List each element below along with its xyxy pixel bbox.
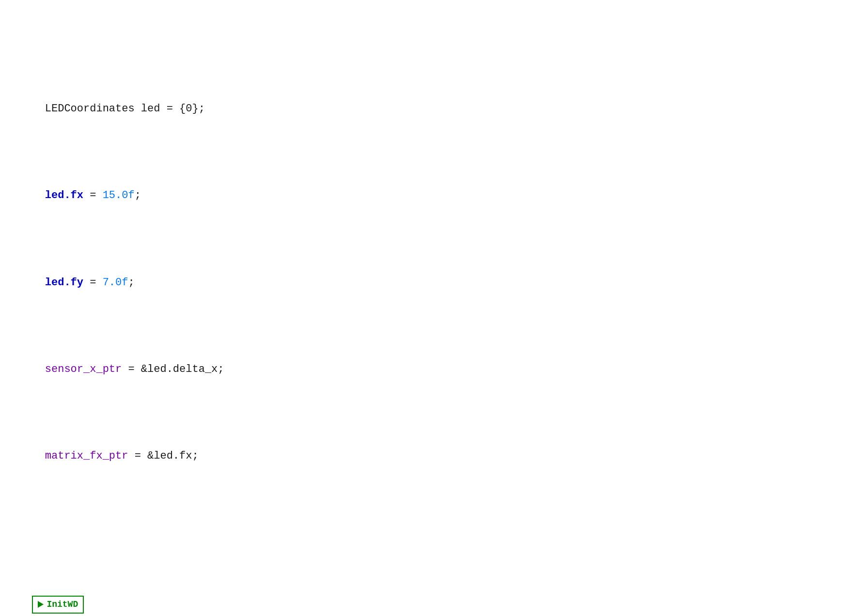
play-icon-initwd xyxy=(38,601,44,608)
led-fy-eq: = xyxy=(83,277,103,289)
matrix-ptr-var: matrix_fx_ptr xyxy=(45,450,128,462)
sensor-ptr-val: &led.delta_x; xyxy=(141,363,224,375)
led-fx-var: led.fx xyxy=(45,189,83,201)
line-matrix-ptr: matrix_fx_ptr = &led.fx; xyxy=(19,430,827,483)
led-fy-val: 7.0f xyxy=(103,277,128,289)
sensor-ptr-eq: = xyxy=(122,363,141,375)
led-fx-semi: ; xyxy=(135,189,141,201)
matrix-ptr-eq: = xyxy=(128,450,147,462)
line-led-fx: led.fx = 15.0f; xyxy=(19,169,827,222)
sensor-ptr-var: sensor_x_ptr xyxy=(45,363,122,375)
line-led-coords: LEDCoordinates led = {0}; xyxy=(19,83,827,136)
led-fy-semi: ; xyxy=(128,277,134,289)
line-led-fy: led.fy = 7.0f; xyxy=(19,256,827,309)
led-coords-text: LEDCoordinates led = {0}; xyxy=(45,103,205,115)
led-fx-eq: = xyxy=(83,189,103,201)
matrix-ptr-val: &led.fx; xyxy=(147,450,199,462)
line-sensor-ptr: sensor_x_ptr = &led.delta_x; xyxy=(19,343,827,396)
led-fx-val: 15.0f xyxy=(103,189,135,201)
initwd-badge[interactable]: InitWD xyxy=(32,596,84,614)
initwd-label: InitWD xyxy=(47,598,78,612)
led-fy-var: led.fy xyxy=(45,277,83,289)
code-editor: LEDCoordinates led = {0}; led.fx = 15.0f… xyxy=(19,15,827,616)
